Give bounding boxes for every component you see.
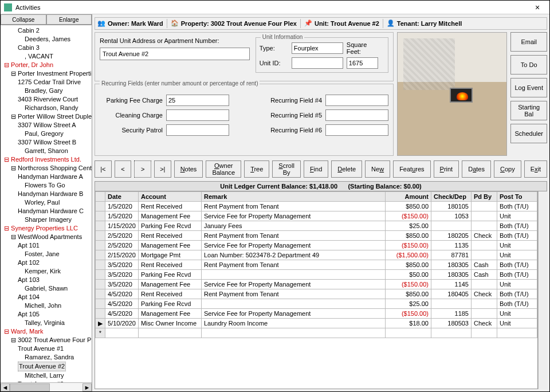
table-row[interactable]: 2/5/2020Rent ReceivedRent Payment from T… [96,231,537,241]
tree-button[interactable]: Tree [244,160,269,178]
tree-item[interactable]: ⊟ Ward, Mark [2,327,92,336]
tree-item[interactable]: 1275 Cedar Trail Drive [2,78,92,87]
table-new-row[interactable]: * [96,328,537,338]
nav-prev-button[interactable]: < [115,160,132,178]
tree-item[interactable]: ⊟ Northcross Shopping Cente [2,164,92,173]
security-input[interactable] [166,124,229,136]
tree-item[interactable]: ⊟ Synergy Properties LLC [2,224,92,233]
col-amount[interactable]: Amount [386,192,431,202]
tree-item[interactable]: Cabin 3 [2,44,92,52]
tree-item[interactable]: Apt 103 [2,276,92,284]
tree-item[interactable]: Richardson, Randy [2,104,92,112]
print-button[interactable]: Print [434,160,459,178]
tree-item[interactable]: Foster, Jane [2,250,92,258]
col-remark[interactable]: Remark [201,192,385,202]
tree-item[interactable]: Apt 102 [2,258,92,267]
col-pdby[interactable]: Pd By [472,192,497,202]
close-button[interactable]: × [529,3,546,12]
owner-balance-button[interactable]: OwnerBalance [206,160,241,178]
tree-item[interactable]: Flowers To Go [2,181,92,190]
tree-item[interactable]: ⊟ WestWood Apartments [2,233,92,241]
table-row[interactable]: 1/5/2020Management FeeService Fee for Pr… [96,211,537,221]
scroll-right-arrow[interactable]: ► [82,383,92,391]
col-post[interactable]: Post To [497,192,537,202]
table-row[interactable]: 3/5/2020Parking Fee Rcvd$50.00180305Cash… [96,270,537,280]
find-button[interactable]: Find [304,160,328,178]
tree-item[interactable]: Bradley, Gary [2,87,92,95]
table-row[interactable]: 4/5/2020Parking Fee Rcvd$25.00Both (T/U) [96,299,537,309]
collapse-button[interactable]: Collapse [1,14,46,25]
enlarge-button[interactable]: Enlarge [46,14,92,25]
scroll-left-arrow[interactable]: ◄ [1,383,10,391]
scrollby-button[interactable]: ScrollBy [272,160,301,178]
f6-input[interactable] [325,124,388,136]
ledger-grid[interactable]: Date Account Remark Amount Check/Dep Pd … [95,191,538,389]
tree-item[interactable]: 3403 Riverview Court [2,95,92,104]
tree-item[interactable]: ⊟ Redford Investments Ltd. [2,155,92,164]
logevent-button[interactable]: Log Event [510,78,547,97]
type-input[interactable] [292,42,343,54]
email-button[interactable]: Email [510,32,547,52]
tree-item[interactable]: Kemper, Kirk [2,267,92,276]
tree-item[interactable]: ⊟ 3002 Trout Avenue Four Ple [2,336,92,344]
tree-item[interactable]: Mitchell, Larry [2,371,92,380]
table-row[interactable]: 4/5/2020Rent ReceivedRent Payment from T… [96,289,537,299]
f5-input[interactable] [325,109,388,121]
tree-item[interactable]: Cabin 2 [2,26,92,35]
tree-item[interactable]: Trout Avenue #1 [2,344,92,353]
tree-item[interactable]: Michell, John [2,301,92,310]
tree-hscroll[interactable]: ◄ ► [1,382,92,391]
tree-item[interactable]: Gabriel, Shawn [2,284,92,293]
parking-input[interactable] [166,95,229,106]
tree-item[interactable]: Garrett, Sharon [2,147,92,155]
nav-first-button[interactable]: |< [95,160,112,178]
scheduler-button[interactable]: Scheduler [510,124,547,143]
tree-item[interactable]: Talley, Virginia [2,319,92,327]
table-row[interactable]: ▶5/10/2020Misc Owner IncomeLaundry Room … [96,319,537,328]
scroll-thumb[interactable] [10,383,50,391]
tree-item[interactable]: Trout Avenue #2 [2,362,92,371]
todo-button[interactable]: To Do [510,55,547,75]
tree-item[interactable]: , VACANT [2,52,92,61]
tree-item[interactable]: Apt 105 [2,310,92,319]
grid-vscroll[interactable] [538,191,547,389]
notes-button[interactable]: Notes [174,160,203,178]
tree-item[interactable]: ⊟ Porter Willow Street Duplex [2,112,92,121]
table-row[interactable]: 1/15/2020Parking Fee RcvdJanuary Fees$25… [96,221,537,231]
tree-item[interactable]: Handyman Hardware A [2,173,92,181]
table-row[interactable]: 3/5/2020Rent ReceivedRent Payment from T… [96,260,537,270]
tree-item[interactable]: Paul, Gregory [2,130,92,138]
cleaning-input[interactable] [166,109,229,121]
tree-item[interactable]: ⊟ Porter, Dr John [2,61,92,69]
tree-item[interactable]: Apt 101 [2,241,92,250]
sqft-input[interactable] [347,57,378,69]
table-row[interactable]: 1/5/2020Rent ReceivedRent Payment from T… [96,202,537,211]
addr-input[interactable] [100,48,250,60]
unitid-input[interactable] [292,57,343,69]
copy-button[interactable]: Copy [494,160,521,178]
table-row[interactable]: 4/5/2020Management FeeService Fee for Pr… [96,309,537,319]
tree-item[interactable]: Handyman Hardware B [2,190,92,198]
table-row[interactable]: 2/5/2020Management FeeService Fee for Pr… [96,241,537,250]
col-check[interactable]: Check/Dep [431,192,472,202]
table-row[interactable]: 2/15/2020Mortgage PmtLoan Number: 502347… [96,250,537,260]
exit-button[interactable]: Exit [524,160,547,178]
tree-item[interactable]: Sharper Imagery [2,215,92,224]
tree-item[interactable]: Worley, Paul [2,198,92,207]
f4-input[interactable] [325,95,388,106]
nav-next-button[interactable]: > [134,160,151,178]
dates-button[interactable]: Dates [462,160,491,178]
new-button[interactable]: New [365,160,390,178]
nav-last-button[interactable]: >| [154,160,171,178]
col-date[interactable]: Date [105,192,139,202]
tree-item[interactable]: 3307 Willow Street B [2,138,92,147]
tree-item[interactable]: 3307 Willow Street A [2,121,92,130]
col-account[interactable]: Account [138,192,201,202]
tree-item[interactable]: Apt 104 [2,293,92,301]
tree-item[interactable]: Deeders, James [2,35,92,44]
delete-button[interactable]: Delete [331,160,362,178]
tree-item[interactable]: Handyman Hardware C [2,207,92,215]
nav-tree[interactable]: Cabin 2Deeders, JamesCabin 3, VACANT⊟ Po… [1,25,92,382]
features-button[interactable]: Features [393,160,430,178]
tree-item[interactable]: Ramarez, Sandra [2,353,92,362]
